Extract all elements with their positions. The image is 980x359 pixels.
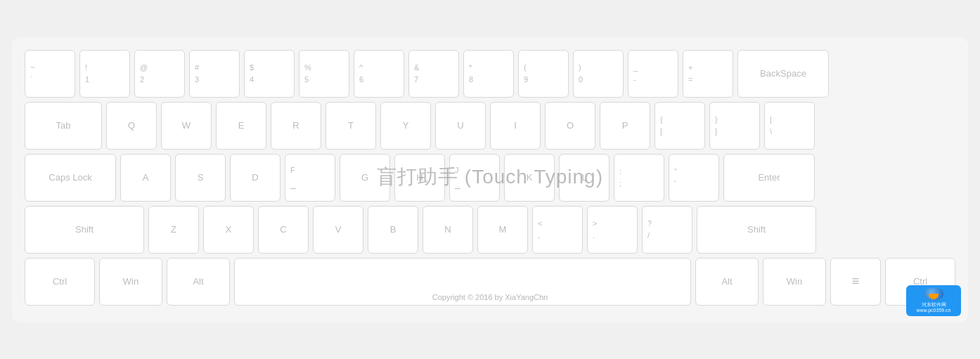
keyboard-row-1: ~` !1 @2 #3 $4 %5 ^6 &7 *8 (9 )0	[25, 50, 955, 98]
key-comma[interactable]: <,	[532, 206, 583, 254]
key-semicolon[interactable]: :;	[614, 154, 664, 202]
key-shift-right[interactable]: Shift	[697, 206, 816, 254]
key-x[interactable]: X	[203, 206, 254, 254]
key-v[interactable]: V	[313, 206, 363, 254]
keyboard-row-3: Caps Lock A S D F_ G H J_ K L :; "' Ente…	[25, 154, 955, 202]
key-l[interactable]: L	[559, 154, 610, 202]
key-p[interactable]: P	[600, 102, 650, 150]
key-enter[interactable]: Enter	[723, 154, 815, 202]
key-quote[interactable]: "'	[669, 154, 719, 202]
key-space[interactable]	[234, 258, 691, 306]
key-menu[interactable]: ≡	[830, 258, 881, 306]
brand-name: 河东软件网 www.pc0359.cn	[916, 302, 950, 314]
key-shift-left[interactable]: Shift	[25, 206, 144, 254]
key-t[interactable]: T	[325, 102, 376, 150]
key-backslash[interactable]: |\	[764, 102, 815, 150]
key-m[interactable]: M	[477, 206, 528, 254]
key-3[interactable]: #3	[189, 50, 240, 98]
keyboard-row-5: Ctrl Win Alt Alt Win ≡ Ctrl	[25, 258, 955, 306]
key-1[interactable]: !1	[79, 50, 130, 98]
key-d[interactable]: D	[230, 154, 281, 202]
key-j[interactable]: J_	[449, 154, 500, 202]
key-u[interactable]: U	[435, 102, 486, 150]
key-rbracket[interactable]: }]	[709, 102, 760, 150]
keyboard-row-4: Shift Z X C V B N M <, >. ?/ Shift	[25, 206, 955, 254]
key-ctrl-left[interactable]: Ctrl	[25, 258, 95, 306]
key-0[interactable]: )0	[573, 50, 624, 98]
key-alt-right[interactable]: Alt	[695, 258, 759, 306]
key-6[interactable]: ^6	[354, 50, 404, 98]
key-8[interactable]: *8	[463, 50, 514, 98]
key-y[interactable]: Y	[380, 102, 431, 150]
key-2[interactable]: @2	[134, 50, 185, 98]
key-e[interactable]: E	[216, 102, 266, 150]
key-9[interactable]: (9	[518, 50, 569, 98]
brand-badge: 河东软件网 www.pc0359.cn	[906, 285, 962, 317]
key-7[interactable]: &7	[408, 50, 459, 98]
key-alt-left[interactable]: Alt	[167, 258, 230, 306]
key-k[interactable]: K	[504, 154, 555, 202]
key-o[interactable]: O	[545, 102, 595, 150]
key-a[interactable]: A	[120, 154, 171, 202]
keyboard-container: 盲打助手 (Touch Typing) Copyright © 2016 by …	[12, 37, 968, 322]
key-5[interactable]: %5	[299, 50, 349, 98]
key-capslock[interactable]: Caps Lock	[25, 154, 116, 202]
key-r[interactable]: R	[271, 102, 321, 150]
key-win-right[interactable]: Win	[763, 258, 826, 306]
key-minus[interactable]: _-	[628, 50, 678, 98]
key-backspace[interactable]: BackSpace	[737, 50, 829, 98]
key-tab[interactable]: Tab	[25, 102, 102, 150]
key-z[interactable]: Z	[148, 206, 199, 254]
keyboard-row-2: Tab Q W E R T Y U I O P {[ }] |\	[25, 102, 955, 150]
key-f[interactable]: F_	[285, 154, 335, 202]
key-s[interactable]: S	[175, 154, 226, 202]
key-g[interactable]: G	[340, 154, 390, 202]
key-h[interactable]: H	[394, 154, 445, 202]
key-w[interactable]: W	[161, 102, 212, 150]
key-c[interactable]: C	[258, 206, 309, 254]
key-i[interactable]: I	[490, 102, 541, 150]
key-period[interactable]: >.	[587, 206, 638, 254]
key-b[interactable]: B	[368, 206, 418, 254]
key-win-left[interactable]: Win	[99, 258, 162, 306]
key-n[interactable]: N	[423, 206, 473, 254]
brand-logo-icon	[924, 287, 943, 301]
key-4[interactable]: $4	[244, 50, 295, 98]
key-tilde[interactable]: ~`	[25, 50, 75, 98]
key-slash[interactable]: ?/	[642, 206, 692, 254]
key-equals[interactable]: +=	[683, 50, 733, 98]
key-q[interactable]: Q	[106, 102, 157, 150]
key-lbracket[interactable]: {[	[655, 102, 705, 150]
